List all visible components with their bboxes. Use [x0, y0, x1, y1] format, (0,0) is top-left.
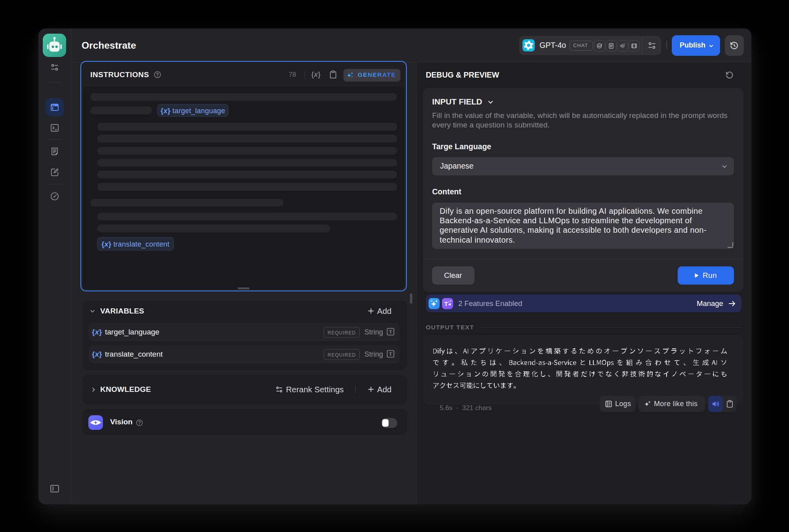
svg-text:T: T — [389, 352, 392, 356]
svg-text:T: T — [444, 301, 448, 307]
svg-text:T: T — [389, 329, 392, 334]
